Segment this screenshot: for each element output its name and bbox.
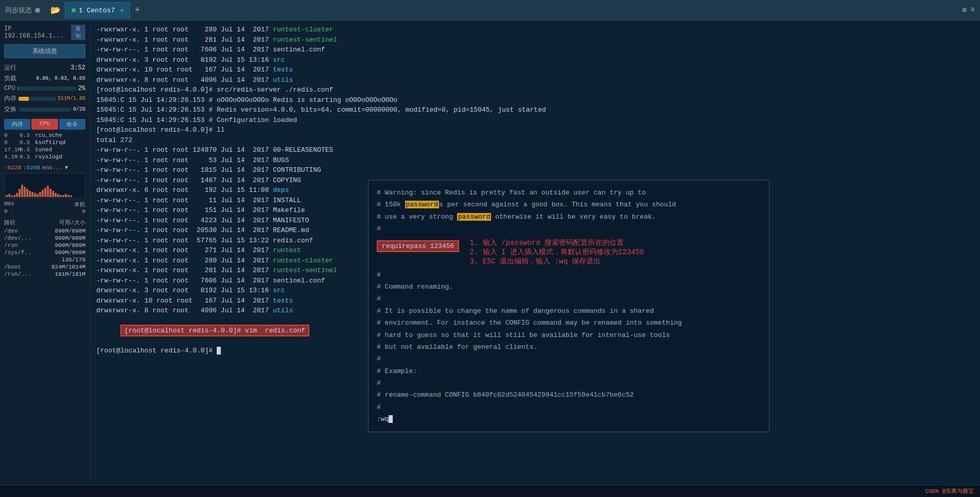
sync-dot-icon [35, 8, 40, 13]
bottom-bar: CSDN @东离与糖宝 [0, 485, 980, 497]
uptime-value: 3:52 [71, 64, 85, 72]
process-row: 0 0.3 ksoftirqd [4, 139, 85, 146]
add-tab-button[interactable]: + [134, 5, 140, 15]
disk-row: /dev/... 909M/909M [4, 235, 85, 242]
process-row: 17.1M 0.3 tuned [4, 146, 85, 153]
disk-row: 13G/17G [4, 256, 85, 263]
terminal-line: 15045:C 15 Jul 14:29:26.153 # Redis vers… [96, 105, 974, 115]
terminal-line: [root@localhost redis-4.0.0]# ll [96, 125, 974, 135]
chart-bar [55, 193, 57, 197]
prompt-end: [root@localhost redis-4.0.0]# [96, 347, 213, 354]
popup-line9: # environment. For instance the CONFIG c… [377, 317, 761, 329]
copy-ip-button[interactable]: 复制 [71, 25, 85, 40]
cpu-value: 2% [78, 85, 85, 92]
password-highlight-2: password [457, 213, 491, 221]
terminal-line: -rwxrwxr-x. 1 root root 281 Jul 14 2017 … [96, 35, 974, 45]
tab-centos7[interactable]: 1 Centos7 ✕ [65, 2, 130, 19]
requirepass-section: requirepass 123456 1. 输入 /password 搜索密码配… [377, 238, 761, 266]
chart-bar [67, 195, 69, 197]
chart-bar [29, 191, 31, 197]
terminal-area[interactable]: -rwxrwxr-x. 1 root root 280 Jul 14 2017 … [90, 21, 980, 485]
terminal-line: -rw-rw-r--. 1 root root 53 Jul 14 2017 B… [96, 155, 974, 166]
popup-line12: # [377, 353, 761, 365]
chart-bar [57, 194, 59, 197]
tab-close-icon[interactable]: ✕ [120, 7, 124, 14]
cpu-fill [18, 86, 19, 91]
process-table: 0 0.3 rcu_sche 0 0.3 ksoftirqd 17.1M 0.3… [4, 132, 85, 161]
popup-line4: # [377, 223, 761, 235]
disk-row: /run/... 181M/181M [4, 271, 85, 278]
latency-values: 0 0 [4, 208, 85, 215]
terminal-line: 15045:C 15 Jul 14:29:26.153 # oO0OoO0OoO… [96, 95, 974, 105]
chart-bar [47, 186, 49, 197]
net-expand-icon[interactable]: ▼ [65, 165, 68, 171]
csdn-watermark: CSDN @东离与糖宝 [925, 487, 974, 495]
chart-bar [52, 191, 54, 197]
instruction3: 3. ESC 退出编辑，输入 :wq 保存退出 [469, 257, 644, 266]
vim-cmd-highlight: [root@localhost redis-4.0.0]# vim redis.… [120, 325, 309, 336]
net-up: ↑922B [4, 165, 21, 171]
latency-location: 本机 [74, 201, 85, 208]
main-content: IP 192.168.154.1... 复制 系统信息 运行 3:52 负载 0… [0, 21, 980, 485]
terminal-line: -rw-rw-r--. 1 root root 124870 Jul 14 20… [96, 145, 974, 155]
swap-value: 0/2G [73, 106, 85, 112]
mem-value: 511M/1.8G [58, 96, 85, 101]
chart-bar [6, 195, 8, 197]
mem-fill [19, 97, 29, 101]
popup-line16: # [377, 401, 761, 413]
net-latency-row: 0ms 本机 [4, 201, 85, 208]
chart-bar [19, 189, 21, 197]
swap-row: 交换 0/2G [4, 105, 85, 114]
uptime-label: 运行 [4, 63, 16, 72]
sys-info-button[interactable]: 系统信息 [4, 44, 85, 58]
popup-line14: # [377, 377, 761, 389]
cpu-label: CPU [4, 85, 15, 92]
load-value: 0.00, 0.03, 0.05 [36, 76, 85, 81]
tab-mem[interactable]: 内存 [4, 119, 30, 130]
disk-row: /sys/f... 909M/909M [4, 249, 85, 256]
wq-line: :wq [377, 413, 761, 425]
chart-bar [65, 194, 67, 197]
list-icon[interactable]: ≡ [971, 6, 975, 14]
disk-row: /boot 824M/1014M [4, 263, 85, 271]
process-row: 4.1M 0.3 rsyslogd [4, 153, 85, 161]
wq-cmd: :wq [377, 415, 389, 423]
chart-bar [49, 189, 51, 197]
sidebar-ip: IP 192.168.154.1... 复制 [4, 25, 85, 40]
disk-avail-header: 可用/大小 [59, 219, 85, 226]
chart-bar [34, 193, 36, 197]
cpu-row: CPU 2% [4, 85, 85, 92]
requirepass-box: requirepass 123456 [377, 240, 459, 252]
terminal-line: total 272 [96, 135, 974, 146]
net-row: ↑922B ↓526B ens... ▼ [4, 165, 85, 171]
net-name: ens... [42, 165, 63, 171]
tab-cmd[interactable]: 命令 [59, 119, 85, 130]
top-right-icons: ⊞ ≡ [962, 6, 975, 14]
chart-bar [8, 194, 10, 197]
terminal-line: drwxrwxr-x. 8 root root 4096 Jul 14 2017… [96, 75, 974, 85]
load-label: 负载 [4, 74, 16, 83]
chart-bar [11, 196, 13, 197]
latency-val2: 0 [82, 208, 85, 215]
terminal-line: 15045:C 15 Jul 14:29:26.153 # Configurat… [96, 115, 974, 126]
instruction1: 1. 输入 /password 搜索密码配置所在的位置 [469, 238, 644, 247]
grid-icon[interactable]: ⊞ [962, 6, 966, 14]
net-chart [4, 173, 85, 199]
popup-line3: # use a very strong password otherwise i… [377, 211, 761, 223]
mem-label: 内存 [4, 94, 16, 103]
chart-bar [42, 190, 44, 197]
cpu-progress [18, 86, 76, 91]
popup-line5: # [377, 269, 761, 281]
chart-bar [31, 192, 33, 197]
folder-icon: 📂 [50, 5, 61, 15]
net-chart-bars [5, 173, 85, 198]
swap-label: 交换 [4, 105, 16, 114]
ip-label: IP 192.168.154.1... [4, 25, 68, 40]
chart-bar [37, 194, 39, 197]
tab-cpu[interactable]: CPU [31, 119, 58, 130]
popup-line13: # Example: [377, 365, 761, 377]
sync-status: 同步状态 [5, 6, 40, 15]
terminal-line: -rwxrwxr-x. 1 root root 280 Jul 14 2017 … [96, 25, 974, 35]
popup-line15: # rename-command CONFIG b840fc02d5240454… [377, 389, 761, 401]
disk-section: 路径 可用/大小 /dev 898M/898M /dev/... 909M/90… [4, 219, 85, 278]
